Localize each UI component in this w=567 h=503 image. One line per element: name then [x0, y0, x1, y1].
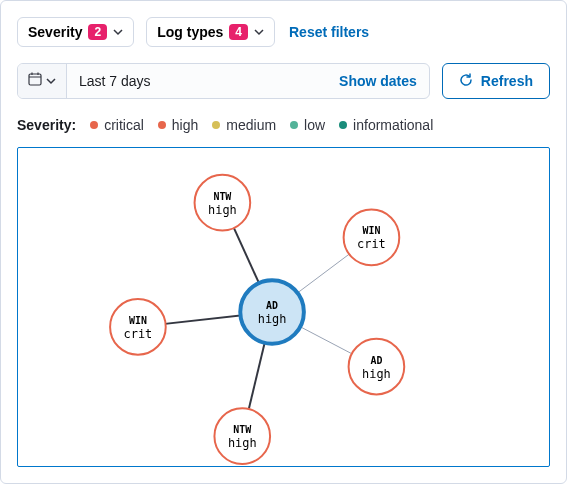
severity-legend: Severity: critical high medium low infor… — [17, 117, 550, 133]
graph-node-n1[interactable]: NTWhigh — [195, 175, 251, 231]
legend-item-high: high — [158, 117, 198, 133]
node-severity-label: high — [208, 203, 237, 217]
legend-dot-icon — [90, 121, 98, 129]
graph-node-n3[interactable]: ADhigh — [349, 339, 405, 395]
refresh-icon — [459, 73, 473, 90]
node-type-label: WIN — [362, 225, 380, 236]
legend-item-label: low — [304, 117, 325, 133]
node-severity-label: high — [228, 436, 257, 450]
legend-item-label: critical — [104, 117, 144, 133]
severity-filter-label: Severity — [28, 24, 82, 40]
reset-filters-link[interactable]: Reset filters — [287, 20, 371, 44]
date-quick-select-button[interactable] — [18, 64, 67, 98]
svg-rect-0 — [29, 74, 41, 85]
refresh-button[interactable]: Refresh — [442, 63, 550, 99]
severity-filter[interactable]: Severity 2 — [17, 17, 134, 47]
graph-canvas: ADhighNTWhighWINcritADhighNTWhighWINcrit — [18, 148, 549, 466]
legend-dot-icon — [212, 121, 220, 129]
legend-item-informational: informational — [339, 117, 433, 133]
graph-node-n2[interactable]: WINcrit — [344, 210, 400, 266]
node-type-label: NTW — [213, 191, 231, 202]
node-severity-label: high — [362, 367, 391, 381]
node-severity-label: crit — [124, 327, 153, 341]
legend-dot-icon — [158, 121, 166, 129]
logtypes-filter-label: Log types — [157, 24, 223, 40]
node-severity-label: high — [258, 312, 287, 326]
refresh-label: Refresh — [481, 73, 533, 89]
legend-item-label: high — [172, 117, 198, 133]
node-type-label: NTW — [233, 424, 251, 435]
date-range-label[interactable]: Last 7 days — [67, 64, 327, 98]
graph-node-n5[interactable]: WINcrit — [110, 299, 166, 355]
graph-node-center[interactable]: ADhigh — [240, 280, 304, 344]
show-dates-button[interactable]: Show dates — [327, 64, 429, 98]
legend-item-label: informational — [353, 117, 433, 133]
legend-dot-icon — [290, 121, 298, 129]
chevron-down-icon — [46, 76, 56, 86]
graph-node-n4[interactable]: NTWhigh — [214, 408, 270, 464]
calendar-icon — [28, 72, 42, 90]
filter-row: Severity 2 Log types 4 Reset filters — [17, 17, 550, 47]
legend-item-low: low — [290, 117, 325, 133]
date-picker-group: Last 7 days Show dates — [17, 63, 430, 99]
severity-filter-badge: 2 — [88, 24, 107, 40]
legend-item-medium: medium — [212, 117, 276, 133]
node-type-label: AD — [266, 300, 278, 311]
correlation-graph[interactable]: ADhighNTWhighWINcritADhighNTWhighWINcrit — [17, 147, 550, 467]
node-type-label: WIN — [129, 315, 147, 326]
legend-title: Severity: — [17, 117, 76, 133]
node-type-label: AD — [370, 355, 382, 366]
legend-dot-icon — [339, 121, 347, 129]
logtypes-filter[interactable]: Log types 4 — [146, 17, 275, 47]
chevron-down-icon — [113, 27, 123, 37]
legend-item-critical: critical — [90, 117, 144, 133]
node-severity-label: crit — [357, 237, 386, 251]
panel: Severity 2 Log types 4 Reset filters — [0, 0, 567, 484]
date-row: Last 7 days Show dates Refresh — [17, 63, 550, 99]
chevron-down-icon — [254, 27, 264, 37]
legend-item-label: medium — [226, 117, 276, 133]
logtypes-filter-badge: 4 — [229, 24, 248, 40]
